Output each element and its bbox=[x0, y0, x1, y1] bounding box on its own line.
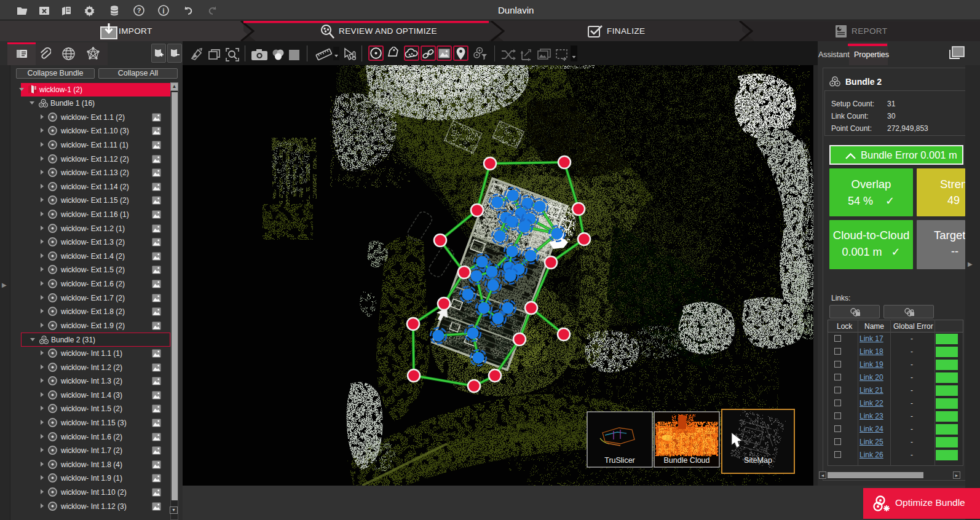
svg-text:TruSlicer: TruSlicer bbox=[604, 456, 635, 465]
svg-text:SiteMap: SiteMap bbox=[744, 456, 772, 465]
svg-text:i: i bbox=[162, 7, 164, 15]
svg-text:Bundle Cloud: Bundle Cloud bbox=[663, 456, 709, 465]
svg-text:?: ? bbox=[137, 7, 141, 14]
